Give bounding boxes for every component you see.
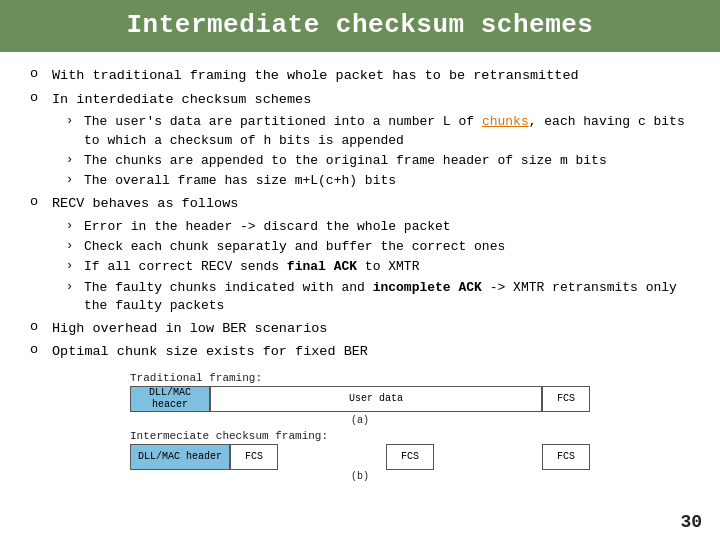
trad-framing-row: DLL/MACheacer User data FCS: [130, 386, 590, 412]
diagram: Traditional framing: DLL/MACheacer User …: [130, 372, 590, 482]
userdata-box: User data: [210, 386, 542, 412]
fcs-box: FCS: [542, 386, 590, 412]
bold-text: final ACK: [287, 259, 357, 274]
bullet-text: Optimal chunk size exists for fixed BER: [52, 342, 368, 362]
bullet-char: o: [30, 342, 52, 357]
sub-text: Check each chunk separatly and buffer th…: [84, 238, 505, 256]
arrow-icon: ›: [66, 218, 84, 233]
bullet-text: High overhead in low BER scenarios: [52, 319, 327, 339]
bullet-char: o: [30, 319, 52, 334]
list-item: › The faulty chunks indicated with and i…: [66, 279, 690, 316]
sub-text: The chunks are appended to the original …: [84, 152, 607, 170]
arrow-icon: ›: [66, 279, 84, 294]
sub-text: The faulty chunks indicated with and inc…: [84, 279, 690, 316]
sub-text: Error in the header -> discard the whole…: [84, 218, 451, 236]
dll-mac-box: DLL/MACheacer: [130, 386, 210, 412]
bullet-text: RECV behaves as follows: [52, 194, 238, 214]
list-item: › The chunks are appended to the origina…: [66, 152, 690, 170]
fcs2-box2: FCS: [386, 444, 434, 470]
dll-mac-box2: DLL/MAC header: [130, 444, 230, 470]
sub-text: The user's data are partitioned into a n…: [84, 113, 690, 150]
diagram-b-label: (b): [130, 471, 590, 482]
diagram-inter-label: Intermeciate checksum framing:: [130, 430, 590, 442]
page-title: Intermediate checksum schemes: [0, 0, 720, 52]
diagram-trad-label: Traditional framing:: [130, 372, 590, 384]
fcs2-box3: FCS: [542, 444, 590, 470]
main-content: o With traditional framing the whole pac…: [0, 52, 720, 492]
arrow-icon: ›: [66, 152, 84, 167]
list-item: › If all correct RECV sends final ACK to…: [66, 258, 690, 276]
sub-text: The overall frame has size m+L(c+h) bits: [84, 172, 396, 190]
bold-text: incomplete ACK: [373, 280, 482, 295]
arrow-icon: ›: [66, 172, 84, 187]
arrow-icon: ›: [66, 258, 84, 273]
bullet-text: With traditional framing the whole packe…: [52, 66, 579, 86]
list-item: o With traditional framing the whole pac…: [30, 66, 690, 86]
arrow-icon: ›: [66, 238, 84, 253]
arrow-icon: ›: [66, 113, 84, 128]
inter-framing-row: DLL/MAC header FCS FCS FCS: [130, 444, 590, 470]
bullet-char: o: [30, 90, 52, 105]
list-item: o RECV behaves as follows: [30, 194, 690, 214]
page-number: 30: [680, 512, 702, 532]
list-item: › Error in the header -> discard the who…: [66, 218, 690, 236]
list-item: › Check each chunk separatly and buffer …: [66, 238, 690, 256]
sub-bullet-list: › The user's data are partitioned into a…: [66, 113, 690, 191]
sub-bullet-list-recv: › Error in the header -> discard the who…: [66, 218, 690, 316]
highlight-chunks: chunks: [482, 114, 529, 129]
diagram-a-label: (a): [130, 415, 590, 426]
list-item: › The overall frame has size m+L(c+h) bi…: [66, 172, 690, 190]
sub-text: If all correct RECV sends final ACK to X…: [84, 258, 419, 276]
list-item: › The user's data are partitioned into a…: [66, 113, 690, 150]
fcs2-box1: FCS: [230, 444, 278, 470]
bullet-char: o: [30, 66, 52, 81]
list-item: o High overhead in low BER scenarios: [30, 319, 690, 339]
list-item: o In interdediate checksum schemes: [30, 90, 690, 110]
list-item: o Optimal chunk size exists for fixed BE…: [30, 342, 690, 362]
bullet-char: o: [30, 194, 52, 209]
bullet-text: In interdediate checksum schemes: [52, 90, 311, 110]
